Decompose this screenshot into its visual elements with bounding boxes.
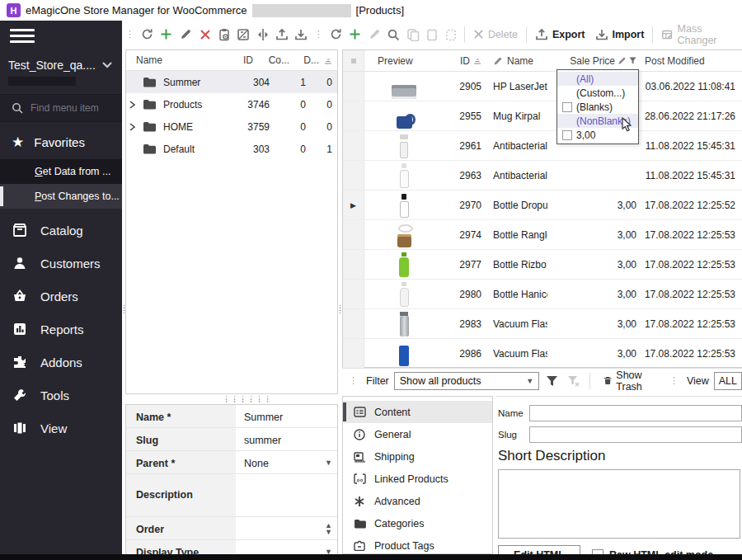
product-row[interactable]: 2961 Antibacterial Bottle Co 11.08.2022 … <box>343 131 742 161</box>
hamburger-menu-icon[interactable] <box>10 29 35 47</box>
product-row[interactable]: 2983 Vacuum Flask Kaucex 3,00 17.08.2022… <box>343 309 742 339</box>
parent-select[interactable]: None ▼ <box>236 451 337 473</box>
short-description-textarea[interactable] <box>498 469 740 539</box>
view-mode-select[interactable]: ALL <box>714 372 742 390</box>
refresh-products-button[interactable] <box>326 25 345 45</box>
import-button[interactable]: Import <box>590 28 650 41</box>
preview-clipboard-button[interactable] <box>214 25 233 45</box>
description-field[interactable] <box>236 474 337 516</box>
search-products-button[interactable] <box>384 25 403 45</box>
show-trash-button[interactable]: Show Trash <box>599 369 661 393</box>
column-header-id[interactable]: ID <box>444 55 481 67</box>
column-header-sale-price[interactable]: Sale Price <box>547 55 636 67</box>
expander-icon[interactable] <box>129 123 141 131</box>
product-row[interactable]: 2905 HP LaserJet 1300n Prin 03.06.2022 1… <box>343 72 742 101</box>
sidebar-item-get-data[interactable]: Get Data from ... <box>0 159 122 184</box>
paste-special-button[interactable] <box>442 25 461 45</box>
sidebar-item-customers[interactable]: Customers <box>0 247 122 280</box>
splitter-grip[interactable]: ⋮⋮ <box>336 307 341 312</box>
filter-option-blanks[interactable]: (Blanks) <box>557 100 638 114</box>
field-label-slug: Slug <box>126 428 236 450</box>
image-adjust-button[interactable] <box>234 25 253 45</box>
add-category-button[interactable] <box>157 25 176 45</box>
sidebar-search[interactable] <box>0 94 122 122</box>
splitter-grip[interactable]: ⋮⋮⋮⋮⋮⋮⋮⋮⋮⋮⋮⋮ <box>223 397 242 403</box>
tab-linked-products[interactable]: Linked Products <box>343 468 492 490</box>
splitter-grip[interactable]: ⋮⋮ <box>120 307 125 312</box>
product-row[interactable]: 2974 Bottle Rangler 3,00 17.08.2022 12:2… <box>343 220 742 250</box>
column-header-d[interactable]: D... <box>289 54 319 66</box>
mass-changer-button[interactable]: Mass Changer <box>656 23 742 46</box>
column-header-name[interactable]: Name <box>481 55 547 67</box>
expander-icon[interactable] <box>129 101 141 109</box>
toolbar-grip[interactable]: ⋮ <box>125 29 134 40</box>
sidebar: Test_Store_qa.... ★ Favorites Get Data f… <box>0 21 122 554</box>
checkbox[interactable] <box>562 130 572 140</box>
filter-option-all[interactable]: (All) <box>557 72 638 86</box>
spinner-icons[interactable]: ▲▼ <box>325 522 332 535</box>
tab-general[interactable]: General <box>343 423 492 445</box>
store-selector[interactable]: Test_Store_qa.... <box>0 47 122 73</box>
order-stepper[interactable]: ▲▼ <box>236 517 337 539</box>
toolbar-grip[interactable]: ⋮ <box>314 29 323 40</box>
tab-advanced[interactable]: Advanced <box>343 490 492 512</box>
sidebar-item-view[interactable]: View <box>0 412 122 445</box>
toolbar-grip[interactable]: ⋮ <box>349 375 358 386</box>
column-header-name[interactable]: Name <box>126 54 214 66</box>
name-field[interactable]: Summer <box>236 405 337 427</box>
add-product-button[interactable] <box>345 25 364 45</box>
product-row[interactable]: 2980 Bottle Hanicol 3,00 17.08.2022 12:2… <box>343 280 742 309</box>
pencil-icon <box>618 56 627 65</box>
product-row[interactable]: 2986 Vacuum Flask Plusek 3,00 17.08.2022… <box>343 339 742 369</box>
column-header-count[interactable]: Co... <box>253 54 289 66</box>
export-button[interactable]: Export <box>530 28 590 41</box>
sort-icon[interactable] <box>319 57 337 64</box>
apply-filter-icon[interactable] <box>544 371 561 391</box>
slug-field[interactable]: summer <box>236 428 337 450</box>
delete-product-button[interactable]: Delete <box>468 29 523 40</box>
import-categories-icon[interactable] <box>292 25 311 45</box>
linked-products-icon <box>353 473 366 484</box>
filter-select[interactable]: Show all products ▼ <box>394 372 539 390</box>
checkbox[interactable] <box>562 102 572 112</box>
category-row-products[interactable]: Products 3746 0 0 <box>126 93 337 115</box>
product-row[interactable]: 2955 Mug Kirpal 28.06.2022 21:17:26 <box>343 101 742 131</box>
tab-shipping[interactable]: Shipping <box>343 445 492 468</box>
sidebar-item-orders[interactable]: Orders <box>0 280 122 313</box>
sidebar-item-addons[interactable]: Addons <box>0 346 122 379</box>
refresh-categories-button[interactable] <box>138 25 157 45</box>
search-input[interactable] <box>31 102 113 114</box>
column-header-post-modified[interactable]: Post Modified <box>636 55 742 67</box>
product-name-input[interactable] <box>529 405 742 421</box>
column-header-id[interactable]: ID <box>214 54 253 66</box>
clear-filter-icon[interactable] <box>566 371 582 391</box>
orders-icon <box>12 289 28 304</box>
tab-content[interactable]: Content <box>343 401 492 423</box>
edit-category-button[interactable] <box>176 25 195 45</box>
product-row[interactable]: 2977 Bottle Rizbo 3,00 17.08.2022 12:25:… <box>343 250 742 280</box>
product-row[interactable]: 2963 Antibacterial Bottle Gli 11.08.2022… <box>343 161 742 191</box>
sidebar-item-post-changes[interactable]: Post Changes to... <box>0 184 122 209</box>
column-header-preview[interactable]: Preview <box>364 55 444 67</box>
edit-product-button[interactable] <box>364 25 383 45</box>
product-slug-input[interactable] <box>529 426 742 443</box>
sidebar-item-favorites[interactable]: ★ Favorites <box>0 122 122 159</box>
product-row[interactable]: ▶ 2970 Bottle Dropun 3,00 17.08.2022 12:… <box>343 191 742 220</box>
copy-button[interactable] <box>403 25 422 45</box>
paste-button[interactable] <box>422 25 441 45</box>
sidebar-item-reports[interactable]: Reports <box>0 313 122 346</box>
category-row-summer[interactable]: Summer 304 1 0 <box>126 71 337 93</box>
product-detail-tabs: Content General Shipping Linked Products… <box>342 396 493 554</box>
tab-product-tags[interactable]: Product Tags <box>343 534 492 557</box>
toolbar-grip[interactable]: ⋮ <box>669 375 679 386</box>
filter-option-custom[interactable]: (Custom...) <box>557 86 638 100</box>
tab-categories[interactable]: Categories <box>343 512 492 534</box>
split-columns-button[interactable] <box>253 25 272 45</box>
sidebar-item-catalog[interactable]: Catalog <box>0 214 122 247</box>
sidebar-item-tools[interactable]: Tools <box>0 379 122 412</box>
export-categories-icon[interactable] <box>272 25 291 45</box>
category-row-default[interactable]: Default 303 0 1 <box>126 138 337 160</box>
delete-category-button[interactable] <box>195 25 214 45</box>
category-row-home[interactable]: HOME 3759 0 0 <box>126 115 337 138</box>
filter-icon[interactable] <box>629 57 636 64</box>
